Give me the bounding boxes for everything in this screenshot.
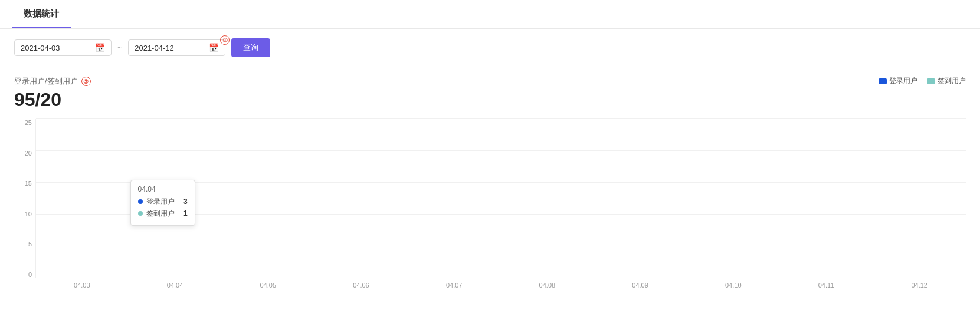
bar-group[interactable] xyxy=(222,119,315,278)
bar-group[interactable] xyxy=(129,119,222,278)
x-label: 04.05 xyxy=(221,278,314,296)
chart-badge: ② xyxy=(81,77,91,86)
y-axis: 0510152025 xyxy=(14,119,35,278)
legend-login-label: 登录用户 xyxy=(889,76,917,86)
x-labels: 04.0304.0404.0504.0604.0704.0804.0904.10… xyxy=(35,278,966,296)
calendar-from-icon: 📅 xyxy=(95,43,105,52)
x-label: 04.10 xyxy=(687,278,780,296)
y-label: 20 xyxy=(14,150,35,157)
bar-group[interactable] xyxy=(315,119,408,278)
bar-group[interactable] xyxy=(501,119,594,278)
bar-group[interactable] xyxy=(780,119,873,278)
date-from-input[interactable] xyxy=(21,44,91,52)
date-separator: ~ xyxy=(117,43,122,52)
date-to-wrap: 📅 ① xyxy=(128,39,225,56)
legend-checkin: 签到用户 xyxy=(927,76,966,86)
x-label: 04.11 xyxy=(780,278,873,296)
legend-checkin-dot xyxy=(927,78,935,84)
page: 数据统计 📅 ~ 📅 ① 查询 登录用户/签到用户 ② 95/20 xyxy=(0,0,980,330)
y-label: 0 xyxy=(14,271,35,278)
bar-group[interactable] xyxy=(36,119,129,278)
date-from-wrap: 📅 xyxy=(14,39,112,56)
chart-summary: 95/20 xyxy=(14,89,91,111)
legend-login-dot xyxy=(879,78,887,84)
x-label: 04.08 xyxy=(501,278,594,296)
bar-group[interactable] xyxy=(687,119,780,278)
bar-group[interactable] xyxy=(594,119,687,278)
tab-data-stats[interactable]: 数据统计 xyxy=(12,0,71,28)
chart-title-row: 登录用户/签到用户 ② xyxy=(14,76,91,87)
y-label: 25 xyxy=(14,119,35,126)
date-to-input[interactable] xyxy=(135,44,205,52)
y-label: 5 xyxy=(14,240,35,248)
calendar-to-icon: 📅 xyxy=(209,43,219,52)
x-label: 04.06 xyxy=(314,278,408,296)
chart-legend: 登录用户 签到用户 xyxy=(879,76,966,86)
legend-login: 登录用户 xyxy=(879,76,917,86)
x-label: 04.12 xyxy=(873,278,966,296)
chart-title: 登录用户/签到用户 xyxy=(14,76,78,87)
filter-badge: ① xyxy=(220,35,230,45)
filter-row: 📅 ~ 📅 ① 查询 xyxy=(0,29,980,67)
bar-group[interactable] xyxy=(408,119,501,278)
y-label: 15 xyxy=(14,180,35,187)
x-label: 04.03 xyxy=(35,278,129,296)
x-label: 04.07 xyxy=(408,278,501,296)
y-label: 10 xyxy=(14,210,35,217)
chart-inner: 04.04 登录用户 3 签到用户 1 xyxy=(35,119,966,278)
chart-section: 登录用户/签到用户 ② 95/20 登录用户 签到用户 0510152025 xyxy=(0,67,980,302)
chart-area: 0510152025 04.04 登录用户 3 签到用户 1 xyxy=(14,119,966,296)
chart-header: 登录用户/签到用户 ② 95/20 登录用户 签到用户 xyxy=(14,76,966,117)
bar-group[interactable] xyxy=(873,119,966,278)
tab-bar: 数据统计 xyxy=(0,0,980,29)
x-label: 04.09 xyxy=(594,278,687,296)
legend-checkin-label: 签到用户 xyxy=(938,76,966,86)
query-button[interactable]: 查询 xyxy=(231,38,270,57)
x-label: 04.04 xyxy=(129,278,222,296)
bars-area xyxy=(36,119,966,278)
